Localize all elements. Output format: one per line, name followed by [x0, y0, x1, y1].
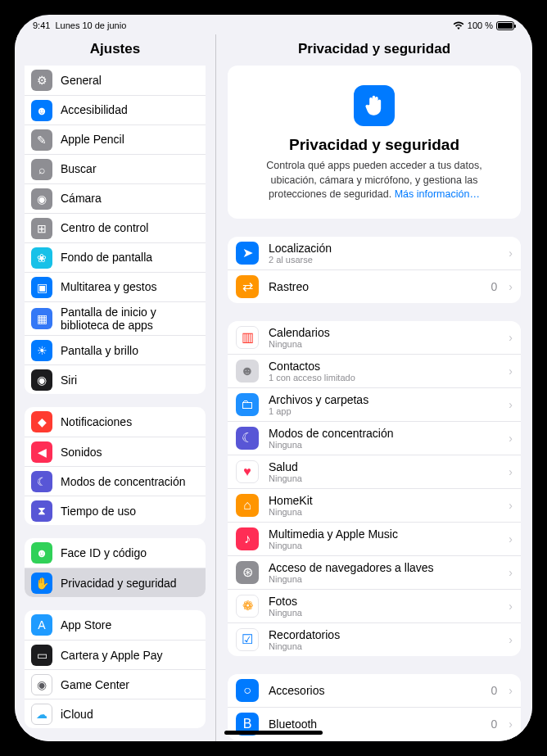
detail-item-location[interactable]: ➤Localización2 al usarse›: [228, 237, 521, 269]
sidebar-item-camera[interactable]: ◉Cámara: [25, 183, 206, 213]
sidebar-item-wallet[interactable]: ▭Cartera y Apple Pay: [25, 640, 206, 669]
privacy-hero: Privacidad y seguridad Controla qué apps…: [228, 66, 521, 219]
sidebar-item-label: App Store: [61, 618, 111, 632]
detail-item-title: HomeKit: [269, 494, 499, 507]
sidebar-group: AApp Store▭Cartera y Apple Pay◉Game Cent…: [25, 610, 206, 728]
wallpaper-icon: ❀: [31, 247, 52, 269]
calendars-icon: ▥: [236, 326, 259, 349]
detail-pane: Privacidad y seguridad Privacidad y segu…: [216, 34, 532, 741]
sidebar-item-label: Sonidos: [61, 446, 102, 459]
accessories-icon: ○: [236, 679, 259, 702]
reminders-icon: ☑: [236, 628, 259, 651]
detail-item-media[interactable]: ♪Multimedia y Apple MusicNinguna›: [228, 522, 521, 555]
detail-item-files[interactable]: 🗀Archivos y carpetas1 app›: [228, 387, 521, 421]
chevron-right-icon: ›: [509, 465, 513, 478]
chevron-right-icon: ›: [509, 718, 513, 731]
chevron-right-icon: ›: [509, 633, 513, 646]
detail-item-contacts[interactable]: ☻Contactos1 con acceso limitado›: [228, 354, 521, 387]
chevron-right-icon: ›: [509, 684, 513, 697]
detail-item-subtitle: Ninguna: [269, 440, 499, 450]
detail-item-title: Localización: [269, 242, 499, 255]
search-icon: ⌕: [31, 159, 52, 180]
detail-item-passkeys[interactable]: ⊛Acceso de navegadores a llavesNinguna›: [228, 555, 521, 589]
status-time: 9:41: [33, 20, 50, 30]
chevron-right-icon: ›: [509, 247, 513, 260]
sidebar-group: ◆Notificaciones◀︎Sonidos☾Modos de concen…: [25, 407, 206, 525]
chevron-right-icon: ›: [509, 600, 513, 613]
siri-icon: ◉: [31, 369, 52, 391]
sidebar-item-label: Tiempo de uso: [61, 505, 136, 518]
accessibility-icon: ☻: [31, 100, 52, 121]
sidebar-item-screen-time[interactable]: ⧗Tiempo de uso: [25, 496, 206, 525]
game-center-icon: ◉: [31, 674, 52, 695]
status-date: Lunes 10 de junio: [55, 20, 126, 30]
detail-item-title: Recordatorios: [269, 628, 499, 641]
detail-item-title: Salud: [269, 460, 499, 473]
settings-sidebar: Ajustes ⚙︎General☻Accesibilidad✎Apple Pe…: [15, 34, 216, 741]
files-icon: 🗀: [236, 393, 259, 416]
sidebar-item-focus[interactable]: ☾Modos de concentración: [25, 466, 206, 496]
sidebar-item-search[interactable]: ⌕Buscar: [25, 154, 206, 183]
chevron-right-icon: ›: [509, 331, 513, 344]
detail-item-trail: 0: [491, 280, 498, 293]
sidebar-item-accessibility[interactable]: ☻Accesibilidad: [25, 95, 206, 124]
detail-item-bluetooth[interactable]: BBluetooth0›: [228, 707, 521, 740]
hero-more-link[interactable]: Más información…: [395, 188, 480, 200]
home-screen-icon: ▦: [31, 308, 52, 329]
detail-item-health[interactable]: ♥SaludNinguna›: [228, 455, 521, 488]
sidebar-item-general[interactable]: ⚙︎General: [25, 66, 206, 95]
detail-scroll[interactable]: Privacidad y seguridad Controla qué apps…: [216, 66, 532, 741]
detail-item-title: Fotos: [269, 595, 499, 608]
sidebar-item-label: Fondo de pantalla: [61, 251, 152, 264]
sidebar-item-sounds[interactable]: ◀︎Sonidos: [25, 437, 206, 466]
display-icon: ☀: [31, 340, 52, 361]
sidebar-item-label: Siri: [61, 373, 77, 387]
screen: 9:41 Lunes 10 de junio 100 % Ajustes ⚙︎G…: [15, 15, 532, 741]
detail-item-subtitle: 1 app: [269, 406, 499, 416]
detail-item-reminders[interactable]: ☑RecordatoriosNinguna›: [228, 622, 521, 656]
detail-item-photos[interactable]: ❁FotosNinguna›: [228, 589, 521, 622]
detail-item-homekit[interactable]: ⌂HomeKitNinguna›: [228, 488, 521, 522]
detail-item-trail: 0: [491, 684, 498, 697]
sidebar-item-home-screen[interactable]: ▦Pantalla de inicio y biblioteca de apps: [25, 301, 206, 335]
home-indicator[interactable]: [224, 731, 323, 735]
sidebar-item-icloud[interactable]: ☁︎iCloud: [25, 699, 206, 728]
detail-item-tracking[interactable]: ⇄Rastreo0›: [228, 269, 521, 303]
detail-item-accessories[interactable]: ○Accesorios0›: [228, 674, 521, 707]
sidebar-item-label: Privacidad y seguridad: [61, 577, 177, 590]
detail-item-subtitle: Ninguna: [269, 473, 499, 483]
battery-icon: [496, 21, 514, 30]
health-icon: ♥: [236, 460, 259, 483]
sidebar-item-game-center[interactable]: ◉Game Center: [25, 669, 206, 699]
detail-item-title: Accesorios: [269, 684, 481, 697]
photos-icon: ❁: [236, 595, 259, 618]
sidebar-item-control-center[interactable]: ⊞Centro de control: [25, 213, 206, 242]
sidebar-item-wallpaper[interactable]: ❀Fondo de pantalla: [25, 242, 206, 272]
detail-item-subtitle: Ninguna: [269, 574, 499, 584]
chevron-right-icon: ›: [509, 566, 513, 579]
sidebar-item-app-store[interactable]: AApp Store: [25, 610, 206, 640]
focus-modes-icon: ☾: [236, 427, 259, 450]
sidebar-item-multitask[interactable]: ▣Multitarea y gestos: [25, 272, 206, 301]
detail-item-subtitle: Ninguna: [269, 507, 499, 517]
sidebar-item-display[interactable]: ☀Pantalla y brillo: [25, 335, 206, 364]
detail-item-calendars[interactable]: ▥CalendariosNinguna›: [228, 321, 521, 354]
tracking-icon: ⇄: [236, 275, 259, 298]
chevron-right-icon: ›: [509, 398, 513, 411]
sidebar-item-apple-pencil[interactable]: ✎Apple Pencil: [25, 124, 206, 154]
contacts-icon: ☻: [236, 360, 259, 383]
sidebar-item-label: Face ID y código: [61, 546, 147, 559]
privacy-icon: ✋: [31, 573, 52, 594]
sidebar-item-siri[interactable]: ◉Siri: [25, 364, 206, 394]
detail-item-focus-modes[interactable]: ☾Modos de concentraciónNinguna›: [228, 421, 521, 455]
detail-item-subtitle: 1 con acceso limitado: [269, 373, 499, 383]
hand-icon: [354, 85, 395, 126]
sidebar-item-faceid[interactable]: ☻Face ID y código: [25, 538, 206, 568]
sidebar-item-notifications[interactable]: ◆Notificaciones: [25, 407, 206, 437]
sidebar-item-privacy[interactable]: ✋Privacidad y seguridad: [25, 568, 206, 597]
detail-item-title: Modos de concentración: [269, 427, 499, 440]
sidebar-item-label: Cartera y Apple Pay: [61, 649, 163, 662]
sidebar-scroll[interactable]: ⚙︎General☻Accesibilidad✎Apple Pencil⌕Bus…: [15, 66, 215, 741]
sidebar-item-label: Pantalla y brillo: [61, 344, 138, 357]
sounds-icon: ◀︎: [31, 441, 52, 463]
